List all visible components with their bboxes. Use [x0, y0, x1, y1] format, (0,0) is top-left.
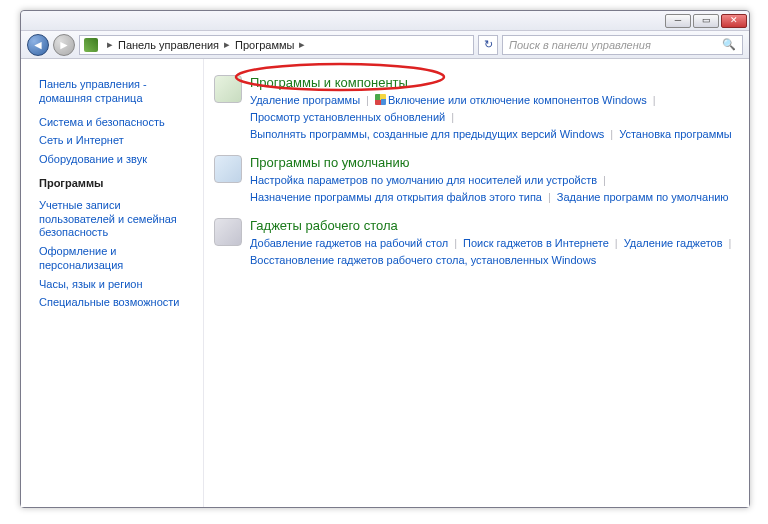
- back-button[interactable]: ◄: [27, 34, 49, 56]
- link-restore-gadgets[interactable]: Восстановление гаджетов рабочего стола, …: [250, 254, 596, 266]
- search-icon: 🔍: [722, 38, 736, 51]
- search-placeholder: Поиск в панели управления: [509, 39, 651, 51]
- sidebar-item-system[interactable]: Система и безопасность: [39, 116, 195, 130]
- section-title[interactable]: Гаджеты рабочего стола: [250, 218, 739, 233]
- link-view-updates[interactable]: Просмотр установленных обновлений: [250, 111, 445, 123]
- link-media-defaults[interactable]: Настройка параметров по умолчанию для но…: [250, 174, 597, 186]
- body: Панель управления - домашняя страница Си…: [21, 59, 749, 507]
- chevron-right-icon: ▸: [299, 38, 305, 51]
- link-file-type-defaults[interactable]: Назначение программы для открытия файлов…: [250, 191, 542, 203]
- navbar: ◄ ► ▸ Панель управления ▸ Программы ▸ ↻ …: [21, 31, 749, 59]
- section-title[interactable]: Программы по умолчанию: [250, 155, 739, 170]
- default-programs-icon: [214, 155, 242, 183]
- main-content: Программы и компоненты Удаление программ…: [203, 59, 749, 507]
- search-input[interactable]: Поиск в панели управления 🔍: [502, 35, 743, 55]
- maximize-button[interactable]: ▭: [693, 14, 719, 28]
- forward-button[interactable]: ►: [53, 34, 75, 56]
- sidebar-item-clock[interactable]: Часы, язык и регион: [39, 278, 195, 292]
- breadcrumb-root[interactable]: Панель управления: [118, 39, 219, 51]
- link-add-gadgets[interactable]: Добавление гаджетов на рабочий стол: [250, 237, 448, 249]
- window: ─ ▭ ✕ ◄ ► ▸ Панель управления ▸ Программ…: [20, 10, 750, 508]
- section-desktop-gadgets: Гаджеты рабочего стола Добавление гаджет…: [214, 218, 739, 269]
- minimize-button[interactable]: ─: [665, 14, 691, 28]
- sidebar-item-hardware[interactable]: Оборудование и звук: [39, 153, 195, 167]
- link-install-program[interactable]: Установка программы: [619, 128, 732, 140]
- link-set-defaults[interactable]: Задание программ по умолчанию: [557, 191, 729, 203]
- sidebar-item-accessibility[interactable]: Специальные возможности: [39, 296, 195, 310]
- section-links: Добавление гаджетов на рабочий стол|Поис…: [250, 235, 739, 269]
- sidebar-item-programs[interactable]: Программы: [39, 173, 195, 193]
- chevron-right-icon: ▸: [107, 38, 113, 51]
- refresh-button[interactable]: ↻: [478, 35, 498, 55]
- sidebar-item-users[interactable]: Учетные записи пользователей и семейная …: [39, 199, 195, 240]
- breadcrumb[interactable]: ▸ Панель управления ▸ Программы ▸: [79, 35, 474, 55]
- sidebar-item-appearance[interactable]: Оформление и персонализация: [39, 245, 195, 273]
- sidebar-item-network[interactable]: Сеть и Интернет: [39, 134, 195, 148]
- link-remove-gadgets[interactable]: Удаление гаджетов: [624, 237, 723, 249]
- section-programs-features: Программы и компоненты Удаление программ…: [214, 75, 739, 143]
- link-run-legacy[interactable]: Выполнять программы, созданные для преды…: [250, 128, 604, 140]
- link-windows-features[interactable]: Включение или отключение компонентов Win…: [388, 94, 647, 106]
- sidebar-home[interactable]: Панель управления - домашняя страница: [39, 78, 195, 106]
- section-links: Удаление программы|Включение или отключе…: [250, 92, 739, 143]
- breadcrumb-current[interactable]: Программы: [235, 39, 294, 51]
- section-links: Настройка параметров по умолчанию для но…: [250, 172, 739, 206]
- chevron-right-icon: ▸: [224, 38, 230, 51]
- link-find-gadgets[interactable]: Поиск гаджетов в Интернете: [463, 237, 609, 249]
- link-uninstall-program[interactable]: Удаление программы: [250, 94, 360, 106]
- section-title[interactable]: Программы и компоненты: [250, 75, 739, 90]
- close-button[interactable]: ✕: [721, 14, 747, 28]
- gadgets-icon: [214, 218, 242, 246]
- sidebar: Панель управления - домашняя страница Си…: [21, 59, 203, 507]
- titlebar: ─ ▭ ✕: [21, 11, 749, 31]
- programs-features-icon: [214, 75, 242, 103]
- shield-icon: [375, 94, 386, 105]
- section-default-programs: Программы по умолчанию Настройка парамет…: [214, 155, 739, 206]
- control-panel-icon: [84, 38, 98, 52]
